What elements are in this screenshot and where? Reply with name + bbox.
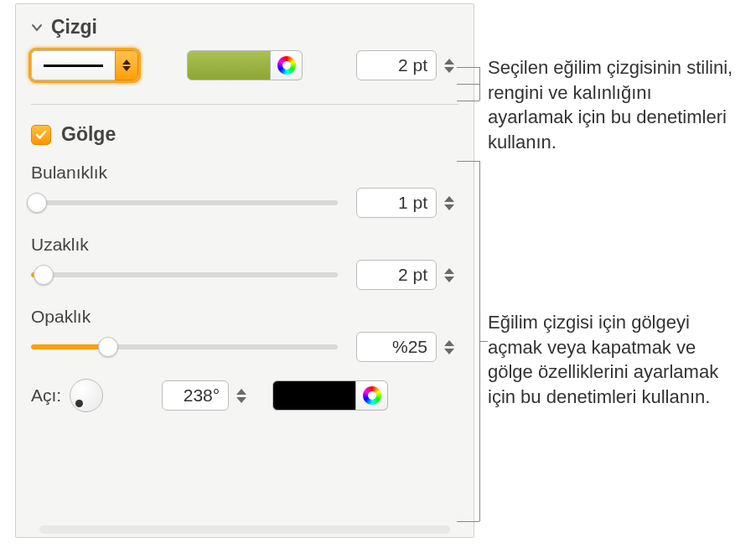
shadow-color-well[interactable]	[272, 380, 356, 411]
solid-line-icon	[44, 65, 103, 67]
distance-step-down[interactable]	[444, 277, 454, 282]
annot-leader	[457, 161, 479, 162]
line-section-header[interactable]: Çizgi	[31, 16, 458, 39]
annotation-line: Seçilen eğilim çizgisinin stilini, rengi…	[488, 55, 739, 155]
shadow-section-title: Gölge	[61, 123, 116, 146]
annotation-shadow: Eğilim çizgisi için gölgeyi açmak veya k…	[488, 310, 739, 410]
angle-input[interactable]	[162, 380, 229, 411]
angle-dial[interactable]	[70, 379, 103, 412]
annot-bracket	[479, 67, 480, 101]
blur-step-up[interactable]	[444, 196, 454, 202]
angle-indicator-icon	[75, 400, 83, 407]
scrollbar[interactable]	[39, 525, 450, 534]
distance-slider[interactable]	[31, 260, 338, 290]
divider	[31, 104, 458, 105]
annot-leader	[457, 84, 479, 85]
distance-step-up[interactable]	[444, 268, 454, 274]
opacity-input[interactable]	[356, 332, 437, 362]
triangle-up-icon	[122, 59, 131, 65]
angle-label: Açı:	[31, 385, 61, 406]
shadow-section-header: Gölge	[31, 123, 458, 146]
checkmark-icon	[35, 129, 47, 141]
line-thickness-step-down[interactable]	[444, 67, 454, 73]
line-style-preview	[31, 50, 115, 80]
annot-leader	[457, 101, 479, 101]
line-color-picker-button[interactable]	[271, 50, 303, 80]
blur-step-down[interactable]	[444, 204, 454, 210]
chevron-down-icon	[31, 22, 43, 34]
line-style-row	[31, 49, 458, 82]
angle-step-down[interactable]	[236, 397, 246, 403]
annot-leader	[457, 67, 479, 68]
opacity-step-down[interactable]	[444, 349, 454, 354]
opacity-step-up[interactable]	[444, 340, 454, 346]
line-thickness-step-up[interactable]	[444, 59, 454, 65]
stepper-arrows-icon	[115, 50, 138, 80]
color-wheel-icon	[363, 386, 381, 405]
angle-step-up[interactable]	[236, 389, 246, 395]
line-style-select[interactable]	[31, 50, 138, 80]
triangle-down-icon	[122, 66, 131, 71]
distance-input[interactable]	[356, 260, 437, 290]
shadow-checkbox[interactable]	[31, 125, 51, 145]
annot-leader	[479, 341, 488, 342]
inspector-panel: Çizgi	[15, 3, 474, 538]
blur-slider[interactable]	[31, 188, 338, 218]
blur-label: Bulanıklık	[31, 163, 458, 183]
distance-label: Uzaklık	[31, 235, 458, 255]
color-wheel-icon	[277, 56, 296, 75]
shadow-color-picker-button[interactable]	[356, 380, 388, 411]
opacity-label: Opaklık	[31, 307, 458, 327]
line-thickness-input[interactable]	[356, 50, 437, 80]
line-color-well[interactable]	[187, 50, 271, 80]
opacity-slider[interactable]	[31, 332, 338, 362]
line-section-title: Çizgi	[51, 16, 97, 39]
annot-leader	[457, 521, 479, 522]
blur-input[interactable]	[356, 188, 437, 218]
angle-row: Açı:	[31, 379, 458, 412]
